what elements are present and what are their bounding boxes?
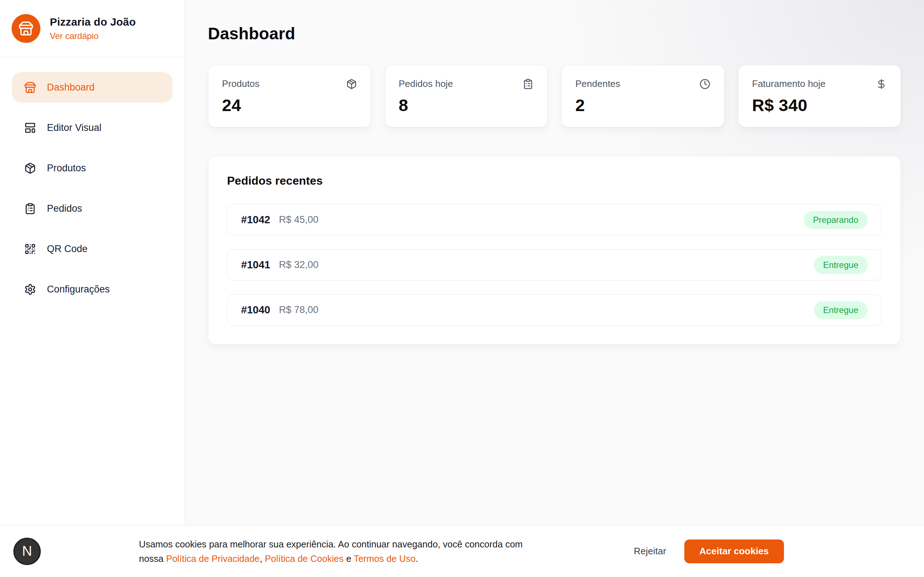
status-badge: Preparando — [804, 211, 868, 229]
sidebar-item-editor-visual[interactable]: Editor Visual — [12, 113, 173, 143]
page-title: Dashboard — [208, 24, 901, 43]
clipboard-list-icon — [24, 203, 36, 214]
sidebar-item-label: Produtos — [47, 163, 86, 174]
cookie-banner: N Usamos cookies para melhorar sua exper… — [0, 525, 924, 577]
cookie-policy-link[interactable]: Política de Cookies — [265, 554, 344, 564]
stat-label: Produtos — [222, 78, 260, 89]
sidebar-item-dashboard[interactable]: Dashboard — [12, 72, 173, 102]
order-id: #1041 — [241, 259, 270, 271]
stat-value: 2 — [575, 95, 710, 115]
brand-logo — [11, 14, 40, 43]
sidebar-item-produtos[interactable]: Produtos — [12, 153, 173, 183]
sidebar-nav: Dashboard Editor Visual — [0, 57, 184, 319]
sidebar-item-qr-code[interactable]: QR Code — [12, 234, 173, 264]
brand-name: Pizzaria do João — [50, 16, 136, 28]
order-amount: R$ 45,00 — [279, 214, 319, 226]
package-icon — [24, 162, 36, 174]
stat-value: 8 — [399, 95, 534, 115]
order-id: #1042 — [241, 214, 270, 226]
terms-of-use-link[interactable]: Termos de Uso — [354, 554, 415, 564]
sidebar-item-label: Dashboard — [47, 82, 95, 93]
order-amount: R$ 78,00 — [279, 305, 319, 316]
cookie-consent-text: Usamos cookies para melhorar sua experiê… — [139, 537, 523, 566]
comma-separator: , — [260, 554, 262, 564]
sidebar-item-label: Editor Visual — [47, 122, 102, 134]
stat-card-pedidos-hoje: Pedidos hoje 8 — [385, 65, 548, 127]
devtools-n-logo: N — [22, 543, 32, 559]
devtools-button[interactable]: N — [13, 538, 41, 565]
status-badge: Entregue — [814, 256, 868, 274]
sidebar-item-pedidos[interactable]: Pedidos — [12, 193, 173, 224]
main-content: Dashboard Produtos 24 Pedidos hoje — [185, 0, 924, 525]
brand-text: Pizzaria do João Ver cardápio — [50, 16, 136, 41]
storefront-icon — [18, 21, 34, 36]
recent-orders-card: Pedidos recentes #1042 R$ 45,00 Preparan… — [208, 156, 901, 345]
accept-cookies-button[interactable]: Aceitar cookies — [684, 540, 784, 563]
storefront-icon — [24, 82, 36, 93]
orders-list: #1042 R$ 45,00 Preparando #1041 R$ 32,00… — [227, 204, 882, 326]
qr-code-icon — [24, 243, 36, 255]
order-row: #1041 R$ 32,00 Entregue — [227, 249, 882, 280]
clock-icon — [699, 79, 710, 89]
layout-template-icon — [24, 122, 36, 134]
cookie-text-line1: Usamos cookies para melhorar sua experiê… — [139, 539, 523, 549]
app-root: Pizzaria do João Ver cardápio Dashboard — [0, 0, 924, 577]
privacy-policy-link[interactable]: Política de Privacidade — [166, 554, 260, 564]
order-row: #1042 R$ 45,00 Preparando — [227, 204, 882, 235]
recent-orders-title: Pedidos recentes — [227, 174, 882, 187]
sidebar-item-label: QR Code — [47, 243, 88, 255]
stat-value: R$ 340 — [752, 95, 887, 115]
sidebar-item-label: Pedidos — [47, 203, 82, 214]
cookie-text-prefix: nossa — [139, 554, 163, 564]
package-icon — [346, 79, 357, 89]
stat-card-faturamento: Faturamento hoje R$ 340 — [738, 65, 901, 127]
view-menu-link[interactable]: Ver cardápio — [50, 31, 99, 41]
gear-icon — [24, 284, 36, 295]
sidebar-item-configuracoes[interactable]: Configurações — [12, 274, 173, 305]
order-row: #1040 R$ 78,00 Entregue — [227, 294, 882, 326]
stats-row: Produtos 24 Pedidos hoje — [208, 65, 901, 127]
stat-card-produtos: Produtos 24 — [208, 65, 371, 127]
sidebar-item-label: Configurações — [47, 284, 110, 295]
stat-value: 24 — [222, 95, 357, 115]
order-amount: R$ 32,00 — [279, 259, 319, 271]
clipboard-list-icon — [523, 79, 533, 89]
period: . — [415, 554, 418, 564]
sidebar-header: Pizzaria do João Ver cardápio — [0, 0, 184, 57]
stat-card-pendentes: Pendentes 2 — [561, 65, 724, 127]
stat-label: Pendentes — [575, 78, 620, 89]
cookie-actions: Rejeitar Aceitar cookies — [634, 540, 784, 563]
and-separator: e — [346, 554, 351, 564]
order-id: #1040 — [241, 304, 270, 316]
stat-label: Faturamento hoje — [752, 78, 826, 89]
stat-label: Pedidos hoje — [399, 78, 453, 89]
sidebar: Pizzaria do João Ver cardápio Dashboard — [0, 0, 185, 525]
status-badge: Entregue — [814, 301, 868, 319]
reject-cookies-button[interactable]: Rejeitar — [634, 546, 666, 557]
dollar-icon — [876, 79, 887, 89]
